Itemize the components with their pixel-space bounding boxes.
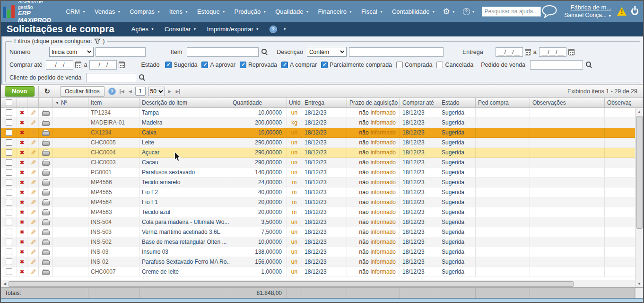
descricao-operator-select[interactable]: Contém [307, 47, 347, 57]
col-header-observacoes[interactable]: Observações [530, 98, 605, 107]
print-icon[interactable] [42, 209, 50, 215]
row-checkbox[interactable] [6, 268, 12, 275]
table-row[interactable]: ✖ ✎ PG0001 Parafusos sextavado 140,00000… [1, 168, 635, 178]
topbar-menu-estoque[interactable]: Estoque▼ [197, 8, 226, 15]
page-size-select[interactable]: 50 [148, 87, 165, 96]
company-link[interactable]: Fábrica de m... [565, 4, 612, 11]
table-row[interactable]: ✖ ✎ MP4564 Fio F1 20,00000 m 18/12/23 nã… [1, 197, 635, 207]
col-header-observacoes-2[interactable]: Observaç [605, 98, 643, 107]
edit-pencil-icon[interactable]: ✎ [29, 189, 36, 195]
checkbox-icon[interactable] [321, 62, 328, 68]
item-input[interactable] [187, 47, 259, 57]
topbar-menu-qualidade[interactable]: Qualidade▼ [275, 8, 309, 15]
row-checkbox[interactable] [6, 209, 12, 215]
delete-icon[interactable]: ✖ [20, 259, 24, 265]
edit-pencil-icon[interactable]: ✎ [29, 199, 36, 205]
warning-icon[interactable] [617, 7, 627, 16]
checkbox-icon[interactable] [436, 62, 443, 68]
item-search-icon[interactable] [261, 48, 268, 55]
row-checkbox[interactable] [6, 179, 12, 186]
acoes-menu[interactable]: Ações▼ [131, 26, 154, 33]
table-row[interactable]: ✖ ✎ INS-02 Parafuso Sextavado Ferro MA R… [1, 257, 635, 267]
calendar-icon[interactable] [75, 62, 81, 68]
delete-icon[interactable]: ✖ [20, 110, 24, 116]
edit-pencil-icon[interactable]: ✎ [29, 259, 36, 265]
col-header-numero[interactable]: ▼Nº [53, 98, 88, 107]
first-page-button[interactable]: ◀ [120, 89, 125, 94]
edit-pencil-icon[interactable]: ✎ [29, 150, 36, 155]
edit-pencil-icon[interactable]: ✎ [29, 269, 36, 275]
calendar-icon[interactable] [525, 49, 531, 55]
cliente-search-icon[interactable] [139, 74, 146, 81]
numero-operator-select[interactable]: Inicia com [49, 47, 94, 57]
vertical-scroll-thumb[interactable] [636, 116, 643, 229]
col-header-ped-compra[interactable]: Ped compra [476, 98, 530, 107]
row-checkbox[interactable] [6, 229, 12, 235]
row-checkbox[interactable] [6, 129, 12, 136]
col-header-descricao[interactable]: Descrição do item [139, 98, 230, 107]
table-row[interactable]: ✖ ✎ CHC0004 Açucar 290,00000 un 18/12/23… [1, 148, 635, 158]
page-help-menu[interactable]: ?▼ [270, 26, 287, 33]
row-checkbox[interactable] [6, 189, 12, 196]
print-icon[interactable] [42, 259, 50, 265]
print-icon[interactable] [42, 160, 50, 166]
next-page-button[interactable]: ▶ [167, 89, 173, 94]
comprar-ate-to-input[interactable] [89, 60, 117, 70]
checkbox-icon[interactable] [281, 62, 288, 68]
calendar-icon[interactable] [119, 62, 125, 68]
table-row[interactable]: ✖ ✎ MADEIRA-01 Madeira 200,00000 kg 18/1… [1, 118, 635, 128]
table-row[interactable]: ✖ ✎ CHC0003 Cacau 290,00000 un 18/12/23 … [1, 158, 635, 168]
table-row[interactable]: ✖ ✎ CHC0005 Leite 290,00000 un 18/12/23 … [1, 138, 635, 148]
print-icon[interactable] [42, 249, 50, 255]
col-header-prazo[interactable]: Prazo de aquisição [347, 98, 400, 107]
pedido-venda-search-icon[interactable] [585, 61, 592, 68]
row-checkbox[interactable] [6, 249, 12, 255]
prev-page-button[interactable]: ◀ [128, 89, 133, 94]
checkbox-icon[interactable] [201, 62, 208, 68]
row-checkbox[interactable] [6, 159, 12, 166]
app-logo[interactable]: Sistema de gestão ERP MAXIPROD [3, 0, 58, 24]
edit-pencil-icon[interactable]: ✎ [29, 249, 36, 255]
print-icon[interactable] [42, 110, 50, 116]
delete-icon[interactable]: ✖ [20, 160, 24, 166]
row-checkbox[interactable] [6, 169, 12, 176]
table-row[interactable]: ✖ ✎ INS-03 Insumo 03 138,00000 un 18/12/… [1, 247, 635, 257]
edit-pencil-icon[interactable]: ✎ [29, 239, 36, 245]
topbar-menu-compras[interactable]: Compras▼ [130, 8, 160, 15]
table-row[interactable]: ✖ ✎ INS-502 Base de mesa retangular Olte… [1, 237, 635, 247]
delete-icon[interactable]: ✖ [20, 150, 24, 156]
numero-input[interactable] [96, 47, 146, 57]
estado-filter-checkbox[interactable]: Parcialmente comprada [321, 62, 392, 68]
table-row[interactable]: ✖ ✎ CHC0007 Creme de leite 1,00000 un 18… [1, 267, 635, 277]
vertical-scrollbar[interactable]: ▲ ▼ [635, 108, 643, 287]
pedido-venda-input[interactable] [530, 60, 583, 70]
print-icon[interactable] [42, 199, 50, 205]
table-row[interactable]: ✖ ✎ MP4563 Tecido azul 20,00000 m 18/12/… [1, 207, 635, 217]
checkbox-icon[interactable] [396, 62, 403, 68]
scroll-left-button[interactable]: ◀ [1, 280, 9, 288]
row-checkbox[interactable] [6, 139, 12, 146]
imprimir-exportar-menu[interactable]: Imprimir/exportar▼ [207, 26, 259, 33]
table-row[interactable]: ✖ ✎ MP4565 Fio F2 40,00000 m 18/12/23 nã… [1, 187, 635, 197]
delete-icon[interactable]: ✖ [20, 229, 24, 235]
topbar-menu-financeiro[interactable]: Financeiro▼ [318, 8, 352, 15]
select-all-checkbox[interactable] [6, 99, 12, 106]
table-row[interactable]: ✖ ✎ TP1234 Tampa 10,00000 un 18/12/23 nã… [1, 108, 635, 118]
entrega-to-input[interactable] [539, 47, 566, 57]
delete-icon[interactable]: ✖ [20, 179, 24, 186]
edit-pencil-icon[interactable]: ✎ [29, 140, 36, 145]
delete-icon[interactable]: ✖ [20, 239, 24, 245]
table-row[interactable]: ✖ ✎ INS-503 Verniz marítimo acetinado 3,… [1, 227, 635, 237]
checkbox-icon[interactable] [240, 62, 246, 68]
row-checkbox[interactable] [6, 119, 12, 126]
chat-icon[interactable] [541, 4, 558, 18]
table-row[interactable]: ✖ ✎ CX1234 Caixa 10,00000 un 18/12/23 nã… [1, 128, 635, 138]
delete-icon[interactable]: ✖ [20, 130, 24, 136]
row-checkbox[interactable] [6, 258, 12, 265]
consultar-menu[interactable]: Consultar▼ [165, 26, 197, 33]
help-menu[interactable]: ? ▼ [463, 8, 475, 15]
estado-filter-checkbox[interactable]: Reprovada [240, 62, 277, 68]
page-number-input[interactable] [135, 87, 146, 96]
checkbox-icon[interactable] [165, 62, 172, 68]
print-icon[interactable] [42, 179, 50, 186]
